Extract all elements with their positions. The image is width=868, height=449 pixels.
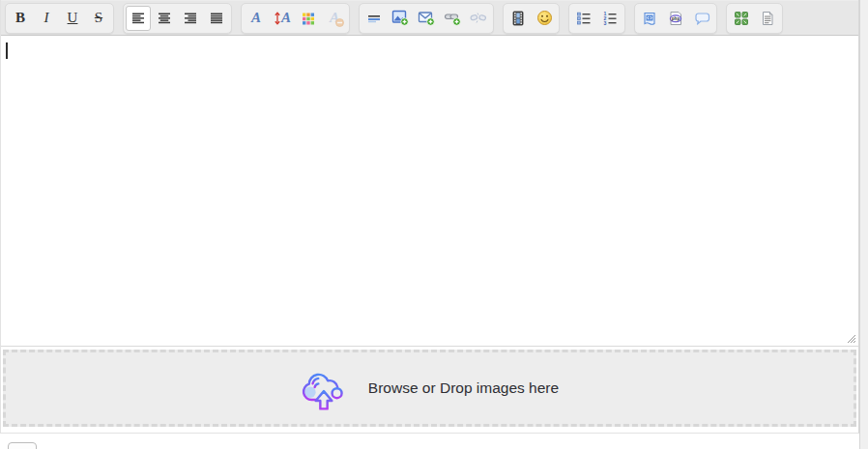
align-center-icon [157,11,172,26]
editor-toolbar: B I U S [1,0,858,36]
insert-link-button[interactable] [440,6,465,31]
fullscreen-button[interactable] [729,6,754,31]
quote-button[interactable] [689,6,714,31]
toolbar-group-font: A A [241,3,350,34]
insert-image-button[interactable] [388,6,413,31]
unlink-icon [470,10,487,26]
insert-email-icon [418,10,435,26]
horizontal-rule-icon [366,11,382,26]
insert-image-icon [391,10,409,26]
strikethrough-button[interactable]: S [86,6,111,31]
align-left-icon [130,11,146,26]
rich-text-editor: B I U S [0,0,868,449]
editor-container: B I U S [0,0,859,434]
svg-text:3: 3 [604,20,607,26]
view-source-icon [760,11,775,26]
emoticon-button[interactable] [532,6,557,31]
cloud-upload-icon [301,366,347,410]
remove-format-button[interactable]: A [322,6,347,31]
toolbar-group-code: php [634,3,717,34]
font-size-icon: A [274,11,291,26]
editor-content-area[interactable] [1,36,858,347]
quote-icon [694,11,710,26]
align-center-button[interactable] [152,6,177,31]
font-family-button[interactable]: A [244,6,269,31]
underline-button[interactable]: U [60,6,85,31]
view-source-button[interactable] [755,6,780,31]
italic-button[interactable]: I [34,6,59,31]
insert-php-button[interactable]: php [663,6,688,31]
italic-icon: I [44,11,49,25]
dropzone-label: Browse or Drop images here [368,379,559,397]
emoticon-icon [536,10,553,26]
font-size-button[interactable]: A [270,6,295,31]
justify-icon [209,11,224,26]
page-scrollbar[interactable] [859,0,868,449]
image-dropzone[interactable]: Browse or Drop images here [3,350,856,427]
toolbar-group-textstyle: B I U S [5,3,114,34]
align-left-button[interactable] [126,6,151,31]
insert-email-button[interactable] [414,6,439,31]
bold-icon: B [15,11,25,25]
bold-button[interactable]: B [8,6,33,31]
bullet-list-icon [576,11,592,26]
font-color-icon [301,11,316,26]
strikethrough-icon: S [95,11,102,25]
toolbar-group-lists: 1 2 3 [568,3,625,34]
insert-code-icon [642,11,657,26]
numbered-list-button[interactable]: 1 2 3 [597,6,622,31]
font-color-button[interactable] [296,6,321,31]
insert-link-icon [444,10,461,26]
insert-php-icon: php [668,11,683,26]
resize-grip[interactable] [846,333,855,343]
partial-bottom-button[interactable] [8,442,37,449]
underline-icon: U [68,11,78,25]
numbered-list-icon: 1 2 3 [602,11,618,26]
bullet-list-button[interactable] [571,6,596,31]
svg-text:php: php [672,16,680,21]
text-caret [6,42,8,59]
insert-video-button[interactable] [506,6,531,31]
insert-code-button[interactable] [637,6,662,31]
unlink-button[interactable] [466,6,491,31]
remove-format-icon: A [330,11,339,25]
toolbar-group-view [726,3,783,34]
toolbar-group-insert [359,3,494,34]
horizontal-rule-button[interactable] [362,6,387,31]
justify-button[interactable] [204,6,229,31]
fullscreen-icon [734,11,749,26]
align-right-button[interactable] [178,6,203,31]
align-right-icon [183,11,198,26]
toolbar-group-media [503,3,560,34]
font-family-icon: A [251,11,261,25]
toolbar-group-align [123,3,232,34]
insert-video-icon [510,11,526,26]
